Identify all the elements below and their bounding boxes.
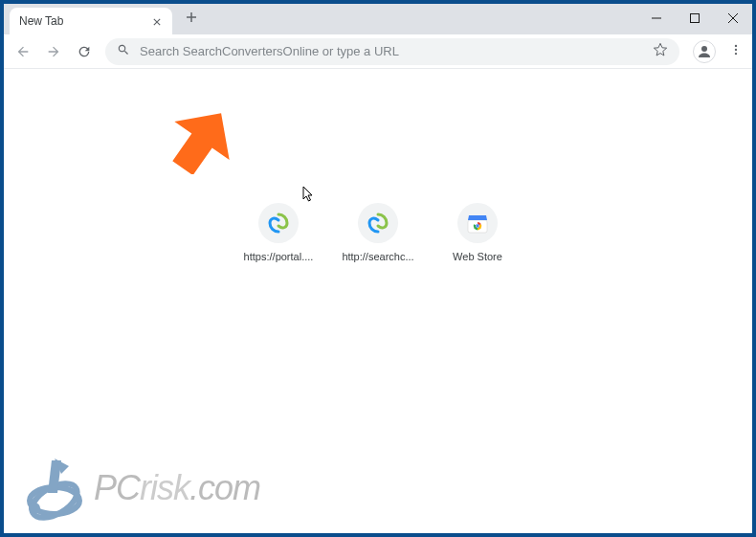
forward-button[interactable]	[40, 38, 67, 65]
watermark-logo-icon	[19, 453, 90, 524]
shortcut-item[interactable]: http://searchc...	[336, 203, 420, 262]
page-content: https://portal.... http://searchc...	[4, 69, 752, 533]
shortcut-item[interactable]: https://portal....	[236, 203, 321, 262]
tab-active[interactable]: New Tab	[10, 8, 172, 34]
tab-title: New Tab	[19, 14, 151, 28]
svg-point-2	[735, 44, 737, 46]
svg-rect-0	[691, 14, 700, 23]
profile-button[interactable]	[693, 40, 716, 63]
minimize-button[interactable]	[637, 4, 676, 33]
shortcut-favicon	[258, 203, 299, 243]
close-window-button[interactable]	[714, 4, 752, 33]
shortcut-item[interactable]: Web Store	[435, 203, 520, 262]
arrow-annotation	[168, 107, 235, 174]
bookmark-star-icon[interactable]	[653, 42, 668, 61]
shortcut-label: http://searchc...	[342, 251, 413, 262]
new-tab-button[interactable]	[182, 8, 201, 29]
shortcut-label: Web Store	[453, 251, 502, 262]
svg-point-3	[735, 48, 737, 50]
shortcut-favicon	[358, 203, 398, 243]
address-bar-placeholder: Search SearchConvertersOnline or type a …	[140, 44, 643, 58]
toolbar: Search SearchConvertersOnline or type a …	[4, 34, 752, 69]
shortcuts-row: https://portal.... http://searchc...	[4, 203, 752, 262]
browser-window: New Tab	[4, 4, 752, 533]
webstore-icon	[466, 212, 489, 235]
svg-point-4	[735, 52, 737, 54]
close-icon[interactable]	[151, 12, 163, 31]
shortcut-label: https://portal....	[244, 251, 314, 262]
cursor-icon	[302, 186, 316, 203]
swirl-icon	[267, 212, 290, 235]
watermark: PCrisk.com	[19, 453, 260, 524]
back-button[interactable]	[10, 38, 36, 65]
titlebar: New Tab	[4, 4, 752, 34]
watermark-text: PCrisk.com	[94, 468, 260, 508]
maximize-button[interactable]	[676, 4, 714, 33]
reload-button[interactable]	[71, 38, 98, 65]
search-icon	[117, 43, 130, 59]
menu-button[interactable]	[725, 39, 746, 64]
window-controls	[637, 4, 752, 33]
svg-point-1	[701, 46, 707, 52]
address-bar[interactable]: Search SearchConvertersOnline or type a …	[105, 38, 679, 65]
swirl-icon	[367, 212, 389, 235]
svg-point-9	[477, 225, 478, 227]
svg-point-12	[29, 503, 40, 514]
shortcut-favicon	[457, 203, 498, 243]
